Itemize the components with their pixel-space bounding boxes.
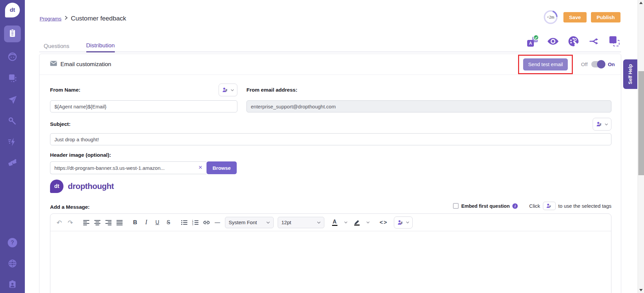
tag-person-icon: # <box>222 87 229 93</box>
horizontal-rule-button[interactable]: — <box>212 217 223 228</box>
embed-first-question-checkbox[interactable] <box>453 203 459 209</box>
app-logo[interactable]: dt <box>5 3 20 17</box>
self-help-tab[interactable]: Self Help <box>623 59 637 89</box>
sidebar-item-integrations[interactable] <box>0 155 25 172</box>
flash-lines-icon <box>7 137 17 148</box>
italic-button[interactable]: I <box>141 217 152 228</box>
envelope-icon <box>50 61 57 68</box>
sidebar-item-help[interactable]: ? <box>0 234 25 251</box>
top-actions: <2m Save Publish <box>544 10 620 24</box>
text-color-button[interactable]: A <box>329 217 340 228</box>
breadcrumb: Programs Customer feedback <box>40 15 126 22</box>
sidebar-item-templates[interactable] <box>0 70 25 87</box>
chevron-down-icon <box>605 123 608 126</box>
subject-group: Subject: # <box>50 118 611 131</box>
highlight-color-caret[interactable] <box>362 217 373 228</box>
save-button[interactable]: Save <box>563 12 587 22</box>
add-message-label: Add a Message: <box>50 204 90 210</box>
chevron-down-icon <box>344 221 348 224</box>
sidebar-item-access[interactable] <box>0 113 25 130</box>
underline-button[interactable]: U <box>152 217 163 228</box>
from-name-input[interactable] <box>50 100 237 112</box>
browse-button[interactable]: Browse <box>206 161 237 174</box>
info-glyph: i <box>515 204 516 208</box>
preview-eye-icon[interactable] <box>547 36 559 47</box>
font-size-value: 12pt <box>281 219 291 225</box>
bold-button[interactable]: B <box>130 217 141 228</box>
editor-tag-dropdown[interactable]: # <box>394 216 413 229</box>
tag-person-icon: # <box>398 220 404 225</box>
breadcrumb-programs-link[interactable]: Programs <box>40 16 61 21</box>
from-email-input <box>246 100 611 112</box>
font-size-select[interactable]: 12pt <box>278 217 324 228</box>
paper-plane-icon <box>7 95 17 106</box>
tag-person-icon: # <box>596 121 603 127</box>
send-test-email-button[interactable]: Send test email <box>523 58 568 70</box>
tab-questions[interactable]: Questions <box>44 40 70 52</box>
panel-header: Email customization Send test email Off … <box>40 54 621 75</box>
from-name-tag-dropdown[interactable]: # <box>219 84 237 96</box>
translation-check-icon <box>533 35 539 40</box>
sidebar-item-surveys[interactable] <box>4 26 21 42</box>
sidebar-item-contacts[interactable] <box>0 49 25 66</box>
chevron-down-icon <box>406 221 409 224</box>
scroll-up-icon[interactable] <box>638 0 644 6</box>
duplicate-icon[interactable] <box>608 36 620 47</box>
sidebar-item-language[interactable] <box>0 256 25 273</box>
text-color-caret[interactable] <box>340 217 351 228</box>
tab-distribution[interactable]: Distribution <box>86 40 115 52</box>
editor-toolbar: ↶ ↷ B I U S 123 — System Font <box>50 214 611 231</box>
scrollbar-thumb[interactable] <box>638 71 644 175</box>
svg-text:#: # <box>401 221 403 225</box>
link-icon[interactable] <box>201 217 212 228</box>
email-channel-toggle[interactable] <box>591 61 604 67</box>
theme-palette-icon[interactable] <box>567 36 580 47</box>
subject-label: Subject: <box>50 121 71 127</box>
svg-text:#: # <box>225 89 227 92</box>
subject-tag-dropdown[interactable]: # <box>593 118 611 131</box>
sidebar-item-account[interactable] <box>0 277 25 293</box>
svg-text:3: 3 <box>192 223 193 225</box>
highlight-color-button[interactable] <box>351 217 362 228</box>
toggle-knob <box>597 60 605 68</box>
scroll-down-icon[interactable] <box>638 287 644 293</box>
sidebar-item-quick-actions[interactable] <box>0 134 25 151</box>
from-name-label: From Name: <box>50 87 80 93</box>
bullet-list-icon[interactable] <box>179 217 190 228</box>
face-icon <box>7 52 17 63</box>
question-icon: ? <box>8 238 17 247</box>
font-family-select[interactable]: System Font <box>225 217 274 228</box>
strikethrough-button[interactable]: S <box>163 217 174 228</box>
align-center-icon[interactable] <box>92 217 103 228</box>
share-flow-icon[interactable] <box>588 36 600 47</box>
chevron-down-icon <box>317 221 321 224</box>
code-view-button[interactable]: <> <box>378 217 389 228</box>
header-image-url-input[interactable] <box>50 161 206 174</box>
email-customization-panel: Email customization Send test email Off … <box>39 54 621 293</box>
header-image-label: Header image (optional): <box>50 152 611 158</box>
logo-dt-text: dt <box>54 183 59 189</box>
publish-button[interactable]: Publish <box>591 12 620 22</box>
page-scrollbar[interactable] <box>638 0 644 293</box>
subject-input[interactable] <box>50 133 611 145</box>
redo-icon[interactable]: ↷ <box>65 217 76 228</box>
sidebar-item-distribute[interactable] <box>0 92 25 109</box>
numbered-list-icon[interactable]: 123 <box>190 217 201 228</box>
align-right-icon[interactable] <box>103 217 114 228</box>
clear-url-icon[interactable]: ✕ <box>198 164 202 170</box>
align-left-icon[interactable] <box>81 217 92 228</box>
toggle-on-label: On <box>608 61 615 67</box>
undo-icon[interactable]: ↶ <box>54 217 65 228</box>
align-justify-icon[interactable] <box>114 217 125 228</box>
translate-icon[interactable]: A <box>526 36 539 47</box>
duplicate-squares-icon <box>7 73 17 85</box>
message-editor-body[interactable] <box>50 231 611 293</box>
from-email-group: From email address: <box>246 84 611 112</box>
app-logo-text: dt <box>10 7 15 13</box>
message-editor: ↶ ↷ B I U S 123 — System Font <box>50 213 611 293</box>
info-icon[interactable]: i <box>512 203 518 209</box>
panel-title: Email customization <box>60 61 111 68</box>
program-tools: A <box>526 36 620 47</box>
svg-text:#: # <box>549 204 551 208</box>
estimated-time-badge: <2m <box>544 10 558 24</box>
